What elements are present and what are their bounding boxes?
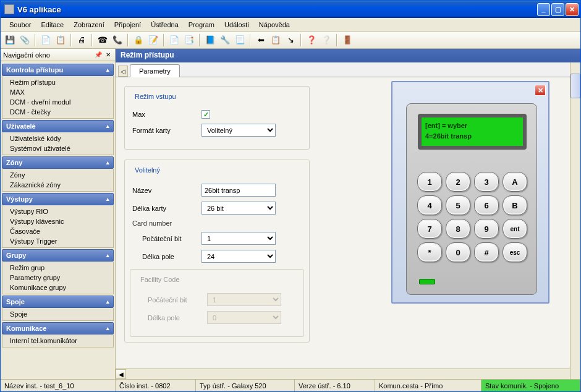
maximize-button[interactable]: ▢	[551, 3, 564, 16]
nav-item-0-0[interactable]: Režim přístupu	[2, 77, 113, 87]
label-delka-karty: Délka karty	[132, 205, 201, 212]
nav-group-5[interactable]: Spoje▴	[2, 296, 114, 308]
key-A[interactable]: A	[503, 172, 527, 192]
key-ent[interactable]: ent	[503, 219, 527, 239]
key-6[interactable]: 6	[474, 195, 499, 215]
nav-item-6-0[interactable]: Interní tel.komunikátor	[2, 336, 113, 346]
attach-icon[interactable]: 📎	[18, 33, 32, 47]
key-star[interactable]: *	[417, 242, 442, 262]
input-nazev[interactable]	[201, 184, 276, 197]
tab-scroll-left[interactable]: ◁	[118, 66, 128, 77]
book-icon[interactable]: 📘	[203, 33, 217, 47]
nav-close-icon[interactable]: ✕	[104, 51, 112, 58]
nav-item-1-1[interactable]: Systémoví uživatelé	[2, 143, 113, 153]
nav-item-3-3[interactable]: Výstupy Trigger	[2, 236, 113, 246]
key-esc[interactable]: esc	[503, 242, 527, 262]
nav-item-3-2[interactable]: Časovače	[2, 226, 113, 236]
key-B[interactable]: B	[503, 195, 527, 215]
note-icon[interactable]: 📝	[146, 33, 160, 47]
nav-group-4[interactable]: Grupy▴	[2, 249, 114, 262]
select-fac-len: 0	[207, 311, 281, 324]
checkbox-max[interactable]: ✓	[201, 110, 210, 119]
nav-group-0[interactable]: Kontrola přístupu▴	[2, 64, 114, 76]
menu-udalosti[interactable]: Události	[219, 20, 254, 30]
nav-group-3[interactable]: Výstupy▴	[2, 193, 114, 205]
menu-soubor[interactable]: Soubor	[4, 20, 36, 30]
paste-icon[interactable]: 📋	[54, 33, 67, 47]
nav-item-3-1[interactable]: Výstupy klávesnic	[2, 216, 113, 226]
nav-panel: Navigační okno 📌 ✕ Kontrola přístupu▴Rež…	[1, 49, 116, 379]
lcd-frame: [ent] = wyber 4=26bit transp	[418, 114, 527, 150]
key-3[interactable]: 3	[474, 172, 499, 192]
nav-scroll[interactable]: Kontrola přístupu▴Režim přístupuMAXDCM -…	[1, 61, 115, 379]
nav-item-5-0[interactable]: Spoje	[2, 309, 113, 319]
nav-group-1[interactable]: Uživatelé▴	[2, 120, 114, 132]
copy-icon[interactable]: 📄	[39, 33, 53, 47]
label-card-number: Card number	[132, 219, 302, 227]
key-hash[interactable]: #	[474, 242, 499, 262]
phone-icon[interactable]: ☎	[96, 33, 109, 47]
scrollbar-horizontal[interactable]: ◀ ▶	[116, 369, 580, 379]
status-stav: Stav komunik. - Spojeno	[481, 380, 580, 391]
pin-icon[interactable]: 📌	[93, 51, 104, 58]
list-icon[interactable]: 📋	[269, 33, 282, 47]
menu-ustredna[interactable]: Ústředna	[146, 20, 184, 30]
select-pocatecni-bit[interactable]: 1	[201, 232, 276, 245]
keypad-close-button[interactable]: ✕	[535, 85, 546, 96]
lock-icon[interactable]: 🔒	[132, 33, 145, 47]
key-8[interactable]: 8	[446, 219, 470, 239]
menu-program[interactable]: Program	[184, 20, 219, 30]
titlebar[interactable]: V6 aplikace _ ▢ ✕	[1, 1, 580, 18]
doc2-icon[interactable]: 📑	[182, 33, 196, 47]
menu-napoveda[interactable]: Nápověda	[254, 20, 295, 30]
key-1[interactable]: 1	[417, 172, 442, 192]
key-0[interactable]: 0	[446, 242, 470, 262]
menu-editace[interactable]: Editace	[36, 20, 69, 30]
whatsthis-icon[interactable]: ❔	[320, 33, 333, 47]
tab-parametry[interactable]: Parametry	[130, 64, 180, 77]
label-pocatecni-bit: Počáteční bit	[132, 235, 201, 242]
back-icon[interactable]: ⬅	[254, 33, 268, 47]
help-icon[interactable]: ❓	[305, 33, 318, 47]
export-icon[interactable]: ↘	[284, 33, 297, 47]
key-9[interactable]: 9	[474, 219, 499, 239]
nav-item-0-1[interactable]: MAX	[2, 87, 113, 97]
select-delka-karty[interactable]: 26 bit	[201, 202, 276, 215]
nav-item-3-0[interactable]: Výstupy RIO	[2, 207, 113, 216]
doc1-icon[interactable]: 📄	[168, 33, 181, 47]
page-icon[interactable]: 📃	[233, 33, 247, 47]
label-delka-pole: Délka pole	[132, 253, 201, 260]
exit-icon[interactable]: 🚪	[341, 33, 354, 47]
print-icon[interactable]: 🖨	[75, 33, 88, 47]
nav-item-0-2[interactable]: DCM - dveřní modul	[2, 97, 113, 107]
key-7[interactable]: 7	[417, 219, 442, 239]
label-fac-start: Počáteční bit	[138, 296, 207, 304]
lcd-screen: [ent] = wyber 4=26bit transp	[422, 117, 523, 146]
phone2-icon[interactable]: 📞	[111, 33, 124, 47]
tool-icon[interactable]: 🔧	[218, 33, 232, 47]
fieldset-volitelny: Volitelný Název Délka karty 26 bit Card …	[124, 160, 310, 343]
nav-item-2-1[interactable]: Zákaznické zóny	[2, 180, 113, 190]
nav-group-6[interactable]: Komunikace▴	[2, 322, 114, 334]
select-delka-pole[interactable]: 24	[201, 250, 276, 263]
close-button[interactable]: ✕	[566, 3, 579, 16]
nav-group-2[interactable]: Zóny▴	[2, 156, 114, 169]
menu-pripojeni[interactable]: Připojení	[109, 20, 146, 30]
scroll-left-icon[interactable]: ◀	[116, 369, 126, 379]
key-2[interactable]: 2	[446, 172, 470, 192]
scrollbar-vertical[interactable]	[570, 62, 580, 379]
keypad-device: [ent] = wyber 4=26bit transp 123A456B789…	[406, 103, 537, 295]
nav-item-4-1[interactable]: Parametry grupy	[2, 273, 113, 283]
nav-item-2-0[interactable]: Zóny	[2, 170, 113, 180]
nav-item-0-3[interactable]: DCM - čtečky	[2, 107, 113, 117]
nav-item-4-2[interactable]: Komunikace grupy	[2, 283, 113, 292]
menu-zobrazeni[interactable]: Zobrazení	[69, 20, 109, 30]
key-5[interactable]: 5	[446, 195, 470, 215]
key-4[interactable]: 4	[417, 195, 442, 215]
nav-header: Navigační okno 📌 ✕	[1, 49, 115, 61]
minimize-button[interactable]: _	[537, 3, 550, 16]
save-icon[interactable]: 💾	[3, 33, 17, 47]
nav-item-4-0[interactable]: Režim grup	[2, 263, 113, 273]
nav-item-1-0[interactable]: Uživatelské kódy	[2, 134, 113, 143]
select-format-karty[interactable]: Volitelný	[201, 124, 276, 137]
